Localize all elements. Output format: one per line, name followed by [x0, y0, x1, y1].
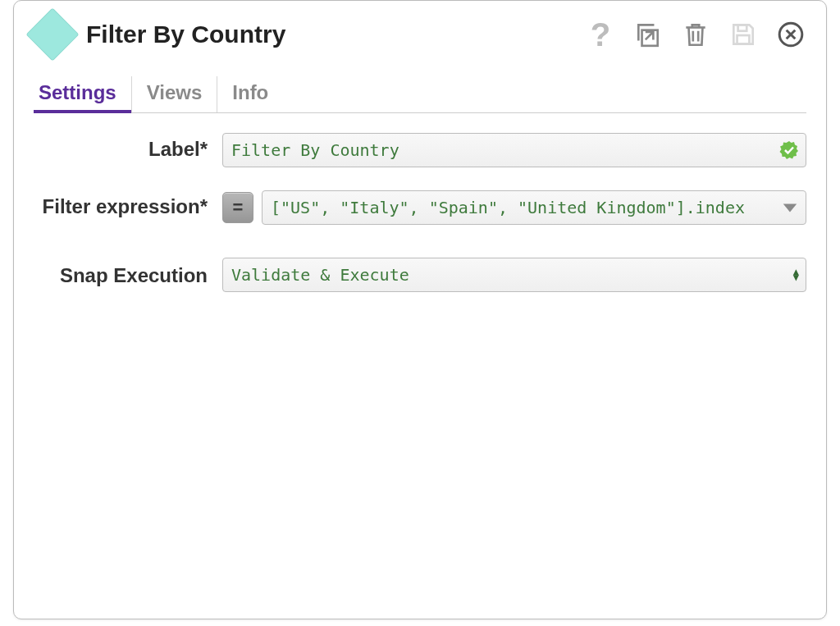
tab-settings[interactable]: Settings [34, 76, 132, 112]
label-caption: Label* [34, 133, 222, 162]
row-filter-expression: Filter expression* = ["US", "Italy", "Sp… [34, 190, 806, 225]
svg-marker-10 [783, 203, 797, 212]
label-input[interactable]: Filter By Country [222, 133, 806, 167]
close-icon[interactable] [775, 19, 806, 50]
valid-check-icon [779, 140, 799, 160]
row-label: Label* Filter By Country [34, 133, 806, 167]
expression-toggle-button[interactable]: = [222, 192, 253, 223]
trash-icon[interactable] [680, 19, 711, 50]
dropdown-caret-icon[interactable] [781, 199, 799, 217]
snap-execution-value: Validate & Execute [231, 265, 797, 285]
label-value: Filter By Country [231, 140, 797, 160]
settings-form: Label* Filter By Country Filter expressi… [34, 133, 806, 292]
popout-icon[interactable] [632, 19, 664, 50]
svg-rect-5 [737, 35, 750, 44]
save-icon[interactable] [728, 19, 759, 50]
tab-bar: Settings Views Info [34, 76, 806, 113]
snap-execution-caption: Snap Execution [34, 258, 222, 289]
snap-type-icon [25, 7, 79, 61]
help-icon[interactable]: ? [585, 19, 616, 50]
panel-title: Filter By Country [86, 21, 573, 48]
snap-settings-panel: Filter By Country ? [13, 0, 827, 619]
panel-toolbar: ? [585, 19, 806, 50]
svg-rect-4 [738, 25, 747, 30]
row-snap-execution: Snap Execution Validate & Execute ▲▼ [34, 258, 806, 292]
select-arrows-icon: ▲▼ [793, 269, 799, 281]
filter-expression-caption: Filter expression* [34, 190, 222, 220]
filter-expression-input[interactable]: ["US", "Italy", "Spain", "United Kingdom… [262, 190, 806, 225]
svg-marker-9 [780, 141, 799, 159]
tab-views[interactable]: Views [132, 76, 218, 112]
snap-execution-select[interactable]: Validate & Execute ▲▼ [222, 258, 806, 292]
panel-header: Filter By Country ? [34, 16, 806, 53]
svg-line-1 [646, 32, 654, 40]
filter-expression-value: ["US", "Italy", "Spain", "United Kingdom… [271, 198, 797, 217]
tab-info[interactable]: Info [217, 76, 283, 112]
